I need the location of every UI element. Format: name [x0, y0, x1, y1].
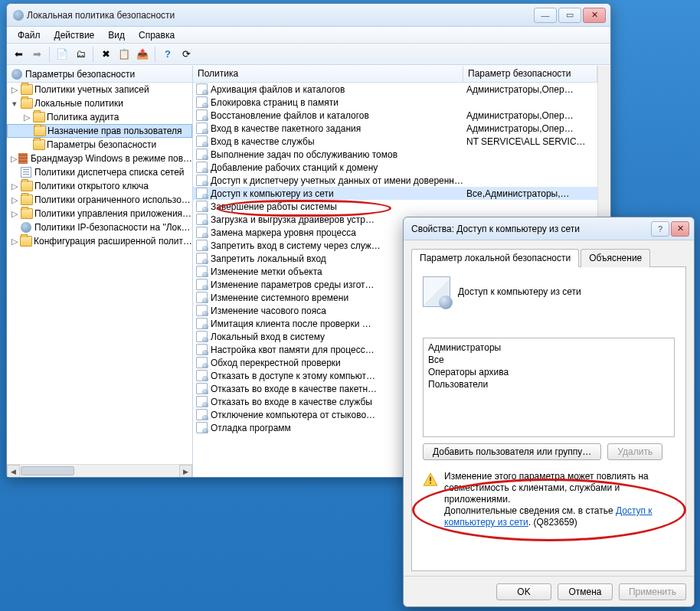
policy-name-cell: Изменение параметров среды изгот…: [211, 279, 375, 290]
policy-item-icon: [196, 188, 208, 199]
maximize-button[interactable]: ▭: [558, 8, 581, 23]
policy-item-icon: [196, 409, 208, 420]
props-titlebar[interactable]: Свойства: Доступ к компьютеру из сети ? …: [404, 217, 694, 240]
up-button[interactable]: 📄: [54, 46, 70, 63]
tree-body[interactable]: ▷ Политики учетных записей ▾ Локальные п…: [7, 83, 192, 464]
menu-view[interactable]: Вид: [102, 28, 131, 42]
folder-icon: [33, 139, 45, 150]
expand-icon[interactable]: ▷: [8, 209, 21, 219]
tree-h-scrollbar[interactable]: ◀ ▶: [7, 464, 192, 477]
warning-icon: [423, 472, 438, 486]
tree-secopts[interactable]: Параметры безопасности: [7, 138, 192, 152]
tabs: Параметр локальной безопасности Объяснен…: [411, 249, 686, 267]
policy-item-icon: [196, 96, 208, 108]
policy-row[interactable]: Архивация файлов и каталоговАдминистрато…: [193, 83, 597, 96]
tree-ipsec[interactable]: Политики IP-безопасности на "Лок…: [7, 221, 192, 234]
policy-item-icon: [196, 396, 208, 407]
dialog-button-bar: OK Отмена Применить: [404, 576, 694, 606]
tree-audit[interactable]: ▷ Политика аудита: [7, 110, 192, 124]
policy-row[interactable]: Доступ к компьютеру из сетиВсе,Администр…: [193, 187, 597, 200]
minimize-button[interactable]: —: [534, 8, 557, 23]
tree-header-label: Параметры безопасности: [25, 69, 135, 80]
expand-icon[interactable]: ▷: [8, 181, 21, 191]
show-tree-button[interactable]: 🗂: [72, 46, 89, 63]
tree-user-rights[interactable]: Назначение прав пользователя: [7, 124, 192, 138]
expand-icon[interactable]: ▷: [8, 85, 21, 95]
policy-item-icon: [196, 357, 208, 368]
user-entry[interactable]: Все: [428, 354, 669, 366]
expand-icon[interactable]: ▷: [8, 237, 20, 247]
menu-action[interactable]: Действие: [48, 28, 101, 42]
scroll-left-icon[interactable]: ◀: [7, 465, 20, 477]
policy-row[interactable]: Выполнение задач по обслуживанию томов: [193, 148, 597, 161]
policy-name-cell: Вход в качестве службы: [211, 136, 315, 147]
delete-button[interactable]: ✖: [97, 46, 114, 63]
policy-row[interactable]: Добавление рабочих станций к домену: [193, 161, 597, 174]
policy-item-icon: [196, 279, 208, 290]
users-listbox[interactable]: АдминистраторыВсеОператоры архиваПользов…: [423, 338, 675, 437]
tree-advaudit[interactable]: ▷ Конфигурация расширенной полит…: [7, 234, 192, 248]
policy-row[interactable]: Блокировка страниц в памяти: [193, 96, 597, 109]
expand-icon[interactable]: ▷: [21, 113, 33, 123]
policy-name-cell: Восстановление файлов и каталогов: [211, 110, 369, 121]
warn-line2b: . (Q823659): [528, 517, 577, 528]
policy-item-icon: [196, 383, 208, 394]
policy-row[interactable]: Завершение работы системы: [193, 200, 597, 213]
back-button[interactable]: ⬅: [10, 46, 27, 63]
collapse-icon[interactable]: ▾: [8, 99, 21, 109]
properties-button[interactable]: 📋: [116, 46, 132, 63]
folder-icon: [21, 84, 33, 95]
forward-button[interactable]: ➡: [28, 46, 45, 63]
list-icon: [21, 167, 31, 178]
policy-row[interactable]: Восстановление файлов и каталоговАдминис…: [193, 109, 597, 122]
scroll-right-icon[interactable]: ▶: [179, 465, 192, 477]
tree-accounts[interactable]: ▷ Политики учетных записей: [7, 83, 192, 96]
props-help-button[interactable]: ?: [651, 221, 669, 237]
user-entry[interactable]: Администраторы: [428, 341, 669, 354]
scroll-thumb[interactable]: [21, 466, 74, 475]
policy-item-icon: [196, 227, 208, 238]
folder-icon: [34, 126, 46, 136]
tree-label: Брандмауэр Windows в режиме пов…: [31, 153, 192, 164]
ok-button[interactable]: OK: [496, 583, 551, 600]
tree-appctrl[interactable]: ▷ Политики управления приложения…: [7, 207, 192, 221]
expand-icon[interactable]: ▷: [8, 195, 21, 205]
tree-pubkey[interactable]: ▷ Политики открытого ключа: [7, 179, 192, 193]
policy-item-icon: [196, 344, 208, 355]
policy-row[interactable]: Вход в качестве службыNT SERVICE\ALL SER…: [193, 135, 597, 148]
user-entry[interactable]: Пользователи: [428, 378, 669, 390]
apply-button[interactable]: Применить: [619, 583, 686, 600]
col-policy[interactable]: Политика: [193, 66, 463, 82]
policy-row[interactable]: Вход в качестве пакетного заданияАдминис…: [193, 122, 597, 135]
user-entry[interactable]: Операторы архива: [428, 366, 669, 378]
col-setting[interactable]: Параметр безопасности: [463, 66, 597, 82]
refresh-button[interactable]: ⟳: [178, 46, 195, 63]
tab-explain[interactable]: Объяснение: [581, 249, 650, 267]
delete-user-button[interactable]: Удалить: [607, 443, 662, 460]
help-button[interactable]: ?: [159, 46, 176, 63]
warn-line1: Изменение этого параметра может повлиять…: [444, 471, 649, 505]
tree-netlist[interactable]: Политики диспетчера списка сетей: [7, 165, 192, 179]
tab-page: Доступ к компьютеру из сети Администрато…: [411, 266, 686, 571]
add-user-button[interactable]: Добавить пользователя или группу…: [423, 443, 601, 460]
policy-name-cell: Доступ к компьютеру из сети: [211, 188, 334, 199]
tree-restrict[interactable]: ▷ Политики ограниченного использо…: [7, 193, 192, 207]
policy-name-cell: Загрузка и выгрузка драйверов устр…: [211, 214, 375, 225]
close-button[interactable]: ✕: [583, 8, 606, 23]
props-close-button[interactable]: ✕: [671, 221, 689, 237]
tree-firewall[interactable]: ▷ Брандмауэр Windows в режиме пов…: [7, 152, 192, 165]
main-titlebar[interactable]: Локальная политика безопасности — ▭ ✕: [7, 4, 610, 27]
menu-help[interactable]: Справка: [132, 28, 181, 42]
cancel-button[interactable]: Отмена: [558, 583, 613, 600]
policy-row[interactable]: Доступ к диспетчеру учетных данных от им…: [193, 174, 597, 187]
expand-icon[interactable]: ▷: [8, 154, 18, 164]
tree-pane: Параметры безопасности ▷ Политики учетны…: [7, 66, 193, 477]
tree-local[interactable]: ▾ Локальные политики: [7, 96, 192, 110]
menu-file[interactable]: Файл: [11, 28, 47, 42]
export-button[interactable]: 📤: [134, 46, 151, 63]
policy-name-cell: Отладка программ: [211, 423, 291, 433]
policy-item-icon: [196, 162, 208, 173]
tree-label: Политики учетных записей: [34, 84, 149, 95]
tab-local-setting[interactable]: Параметр локальной безопасности: [411, 249, 579, 267]
svg-rect-1: [430, 477, 431, 482]
